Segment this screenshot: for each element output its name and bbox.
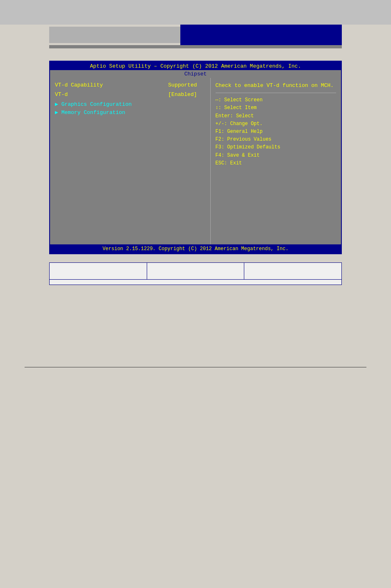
bios-footer-text: Version 2.15.1229. Copyright (C) 2012 Am…: [102, 246, 289, 252]
left-spacer: [55, 117, 205, 240]
bottom-table-full-row: [50, 280, 341, 285]
page-wrapper: Aptio Setup Utility – Copyright (C) 2012…: [0, 25, 391, 588]
key-hint-6: F3: Optimized Defaults: [216, 144, 336, 151]
bottom-cell-3: [244, 263, 341, 279]
bottom-line: [25, 367, 366, 367]
help-text: Check to enable VT-d function on MCH.: [216, 82, 336, 89]
bottom-cell-2: [147, 263, 245, 279]
bios-subtitle: Chipset: [50, 70, 341, 78]
bottom-cell-1: [50, 263, 147, 279]
bios-body: VT-d Capability Supported VT-d [Enabled]…: [50, 78, 341, 244]
bios-footer: Version 2.15.1229. Copyright (C) 2012 Am…: [50, 244, 341, 253]
graphics-configuration-label: Graphics Configuration: [61, 101, 132, 107]
bottom-table-row-1: [50, 263, 341, 280]
top-header-left-bar: [49, 27, 180, 43]
bios-left-panel: VT-d Capability Supported VT-d [Enabled]…: [50, 78, 210, 244]
bios-row-vtd-capability: VT-d Capability Supported: [55, 82, 205, 88]
divider-line: [216, 93, 336, 93]
key-hint-7: F4: Save & Exit: [216, 152, 336, 160]
top-header-bottom-bar: [49, 45, 342, 48]
key-hints: ↔: Select Screen ↕: Select Item Enter: S…: [216, 96, 336, 167]
top-header: [49, 25, 342, 45]
vtd-label: VT-d: [55, 91, 68, 98]
top-header-right-bar: [180, 25, 342, 45]
memory-configuration-item[interactable]: Memory Configuration: [55, 109, 205, 116]
bios-container: Aptio Setup Utility – Copyright (C) 2012…: [49, 61, 342, 254]
key-hint-1: ↕: Select Item: [216, 104, 336, 112]
key-hint-3: +/-: Change Opt.: [216, 120, 336, 128]
key-hint-4: F1: General Help: [216, 128, 336, 136]
memory-configuration-label: Memory Configuration: [61, 109, 125, 116]
vtd-capability-label: VT-d Capability: [55, 82, 103, 88]
bios-title-text: Aptio Setup Utility – Copyright (C) 2012…: [90, 63, 301, 69]
vtd-value: [Enabled]: [168, 91, 205, 98]
bios-title: Aptio Setup Utility – Copyright (C) 2012…: [50, 62, 341, 70]
key-hint-8: ESC: Exit: [216, 160, 336, 167]
bios-subtitle-text: Chipset: [184, 71, 207, 77]
key-hint-5: F2: Previous Values: [216, 136, 336, 144]
bios-right-panel: Check to enable VT-d function on MCH. ↔:…: [210, 78, 341, 244]
graphics-configuration-item[interactable]: Graphics Configuration: [55, 101, 205, 107]
vtd-capability-value: Supported: [168, 82, 205, 88]
bottom-table: [49, 262, 342, 285]
key-hint-0: ↔: Select Screen: [216, 96, 336, 104]
key-hint-2: Enter: Select: [216, 112, 336, 120]
bottom-table-row-2: [50, 280, 341, 285]
bios-row-vtd: VT-d [Enabled]: [55, 91, 205, 98]
